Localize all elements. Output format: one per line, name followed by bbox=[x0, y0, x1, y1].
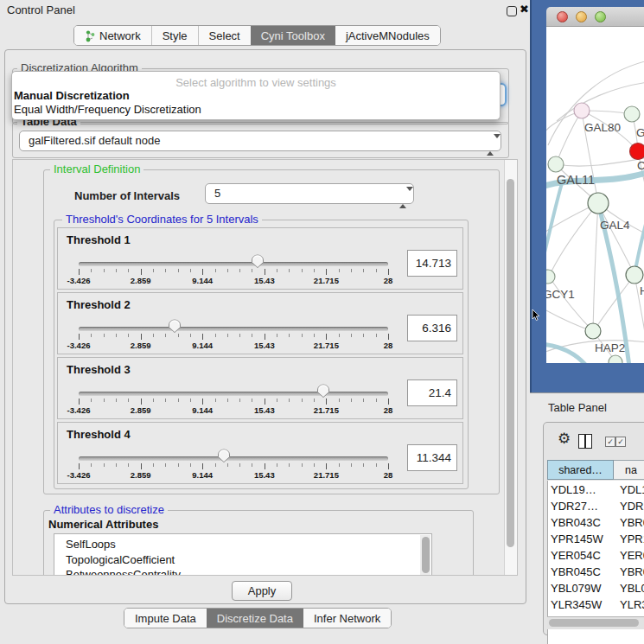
column-header-shared-name[interactable]: shared… bbox=[547, 460, 614, 480]
zoom-traffic-light-icon[interactable] bbox=[595, 11, 606, 22]
list-scrollbar[interactable] bbox=[420, 535, 430, 576]
cell-shared-name[interactable]: YBR045C bbox=[551, 564, 601, 580]
close-icon[interactable]: ✖ bbox=[520, 3, 529, 16]
horizontal-scrollbar[interactable] bbox=[547, 616, 644, 629]
column-header-name[interactable]: na bbox=[614, 460, 644, 480]
settings-scrollbar[interactable] bbox=[504, 160, 517, 575]
network-window-titlebar[interactable] bbox=[546, 7, 644, 27]
network-node[interactable] bbox=[546, 270, 555, 284]
cell-name[interactable]: YLR3 bbox=[620, 596, 644, 613]
minimize-traffic-light-icon[interactable] bbox=[576, 11, 587, 22]
threshold-slider-thumb[interactable] bbox=[168, 319, 182, 334]
tab-cyni-toolbox[interactable]: Cyni Toolbox bbox=[251, 26, 335, 45]
tick-minor bbox=[165, 399, 166, 402]
checkbox-icon[interactable]: ✓ bbox=[605, 437, 615, 447]
network-node[interactable] bbox=[574, 103, 590, 118]
cell-shared-name[interactable]: YLR345W bbox=[551, 596, 602, 613]
tick-minor bbox=[376, 334, 377, 337]
threshold-slider-track[interactable] bbox=[79, 456, 388, 461]
network-window[interactable]: GAL80GACGAL11GAL4GCY1HHAP2 bbox=[546, 7, 644, 363]
table-data-combobox[interactable]: galFiltered.sif default node bbox=[19, 131, 501, 151]
cell-shared-name[interactable]: YDL19… bbox=[551, 481, 596, 498]
cell-name[interactable]: YER0 bbox=[620, 547, 644, 564]
threshold-value-field[interactable]: 6.316 bbox=[407, 315, 457, 341]
network-edge[interactable] bbox=[546, 309, 592, 331]
threshold-value-field[interactable]: 14.713 bbox=[407, 250, 457, 277]
cell-shared-name[interactable]: YPR145W bbox=[551, 531, 603, 547]
table-data-value: galFiltered.sif default node bbox=[29, 134, 160, 147]
cell-shared-name[interactable]: YBL079W bbox=[551, 580, 602, 596]
checkbox-icon[interactable]: ✓ bbox=[615, 437, 626, 447]
cell-name[interactable]: YBR0 bbox=[620, 514, 644, 531]
threshold-slider-thumb[interactable] bbox=[217, 449, 231, 463]
table-row[interactable]: YDL19…YDL1 bbox=[548, 481, 644, 498]
numerical-attributes-list[interactable]: SelfLoopsTopologicalCoefficientBetweenne… bbox=[54, 533, 432, 576]
network-edge-highlighted[interactable] bbox=[546, 344, 587, 363]
tick-minor bbox=[363, 334, 364, 337]
network-edge-highlighted[interactable] bbox=[546, 183, 562, 252]
threshold-slider-thumb[interactable] bbox=[251, 254, 265, 269]
threshold-value-field[interactable]: 21.4 bbox=[407, 379, 457, 406]
attribute-list-item[interactable]: SelfLoops bbox=[54, 537, 431, 552]
table-row[interactable]: YER054CYER0 bbox=[548, 547, 644, 564]
table-row[interactable]: YPR145WYPR1 bbox=[548, 531, 644, 547]
network-node[interactable] bbox=[626, 266, 643, 284]
network-node[interactable] bbox=[630, 143, 644, 160]
cell-name[interactable]: YBL0 bbox=[620, 580, 644, 596]
cell-shared-name[interactable]: YBR043C bbox=[551, 514, 601, 531]
threshold-value-field[interactable]: 11.344 bbox=[407, 444, 457, 471]
network-edge[interactable] bbox=[598, 203, 634, 275]
tick-minor bbox=[252, 269, 252, 272]
tab-network[interactable]: Network bbox=[74, 26, 151, 45]
network-node[interactable] bbox=[609, 355, 622, 363]
network-node[interactable] bbox=[585, 323, 601, 339]
list-scrollbar-thumb[interactable] bbox=[422, 537, 430, 573]
table-row[interactable]: YLR345WYLR3 bbox=[548, 596, 644, 613]
algorithm-popup: Select algorithm to view settings Manual… bbox=[11, 71, 501, 120]
network-edge[interactable] bbox=[549, 203, 598, 277]
control-panel-tabbar: NetworkStyleSelectCyni ToolboxjActiveMNo… bbox=[73, 25, 441, 46]
number-of-intervals-combobox[interactable]: 5 bbox=[205, 183, 414, 204]
float-window-icon[interactable] bbox=[507, 6, 517, 16]
table-row[interactable]: YBR045CYBR0 bbox=[548, 564, 644, 580]
network-edge[interactable] bbox=[593, 203, 598, 331]
tick-minor bbox=[128, 463, 129, 467]
network-canvas[interactable]: GAL80GACGAL11GAL4GCY1HHAP2 bbox=[546, 27, 644, 363]
network-edge-highlighted[interactable] bbox=[634, 214, 644, 275]
tab-jactivemnodules[interactable]: jActiveMNodules bbox=[335, 26, 440, 45]
table-row[interactable]: YDR27…YDR2 bbox=[548, 498, 644, 514]
attribute-list-item[interactable]: BetweennessCentrality bbox=[54, 567, 431, 576]
table-row[interactable]: YBL079WYBL0 bbox=[548, 580, 644, 596]
algorithm-option[interactable]: Manual Discretization bbox=[12, 89, 500, 103]
cell-name[interactable]: YDL1 bbox=[620, 481, 644, 498]
network-node[interactable] bbox=[548, 156, 564, 172]
horizontal-scrollbar-thumb[interactable] bbox=[549, 619, 639, 627]
network-node[interactable] bbox=[624, 106, 640, 122]
threshold-slider-track[interactable] bbox=[79, 327, 388, 331]
threshold-slider-track[interactable] bbox=[79, 262, 388, 266]
close-traffic-light-icon[interactable] bbox=[557, 11, 568, 22]
tab-style[interactable]: Style bbox=[151, 26, 198, 45]
split-columns-icon[interactable] bbox=[578, 434, 592, 449]
threshold-box: Threshold 3-3.4262.8599.14415.4321.71528… bbox=[57, 357, 463, 419]
cell-shared-name[interactable]: YER054C bbox=[551, 547, 601, 564]
algorithm-option[interactable]: Equal Width/Frequency Discretization bbox=[12, 103, 500, 117]
attribute-list-item[interactable]: TopologicalCoefficient bbox=[54, 552, 431, 568]
cell-name[interactable]: YBR0 bbox=[620, 564, 644, 580]
cell-shared-name[interactable]: YDR27… bbox=[551, 498, 598, 514]
tab-discretize-data[interactable]: Discretize Data bbox=[207, 609, 303, 628]
settings-scrollbar-thumb[interactable] bbox=[507, 179, 514, 547]
network-edge[interactable] bbox=[556, 157, 644, 166]
tab-select[interactable]: Select bbox=[198, 26, 251, 45]
threshold-slider-track[interactable] bbox=[79, 392, 388, 396]
apply-button[interactable]: Apply bbox=[232, 581, 292, 601]
gear-icon[interactable]: ⚙ bbox=[558, 431, 571, 446]
tick-minor bbox=[314, 269, 315, 272]
tab-infer-network[interactable]: Infer Network bbox=[303, 609, 391, 628]
tab-impute-data[interactable]: Impute Data bbox=[124, 609, 207, 628]
cell-name[interactable]: YPR1 bbox=[620, 531, 644, 547]
network-node[interactable] bbox=[588, 193, 609, 214]
table-row[interactable]: YBR043CYBR0 bbox=[548, 514, 644, 531]
cell-name[interactable]: YDR2 bbox=[620, 498, 644, 514]
threshold-slider-thumb[interactable] bbox=[316, 384, 330, 399]
